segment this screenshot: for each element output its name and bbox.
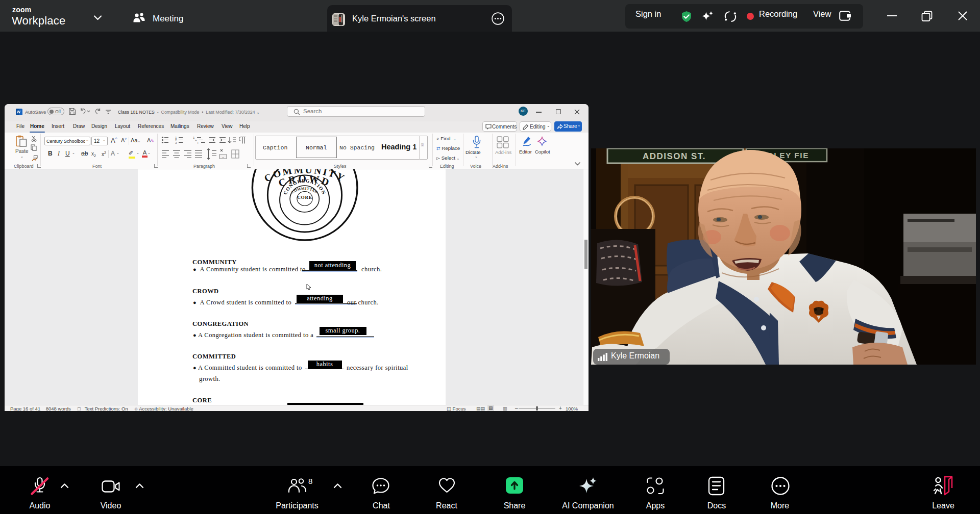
- svg-text:CORE: CORE: [297, 195, 312, 200]
- svg-text:COMMITTED: COMMITTED: [290, 187, 318, 195]
- svg-text:⌄: ⌄: [222, 155, 225, 159]
- svg-text:3: 3: [175, 141, 177, 144]
- svg-text:a: a: [195, 139, 197, 142]
- svg-text:i: i: [198, 141, 198, 144]
- svg-text:ADDISON ST.: ADDISON ST.: [643, 151, 706, 161]
